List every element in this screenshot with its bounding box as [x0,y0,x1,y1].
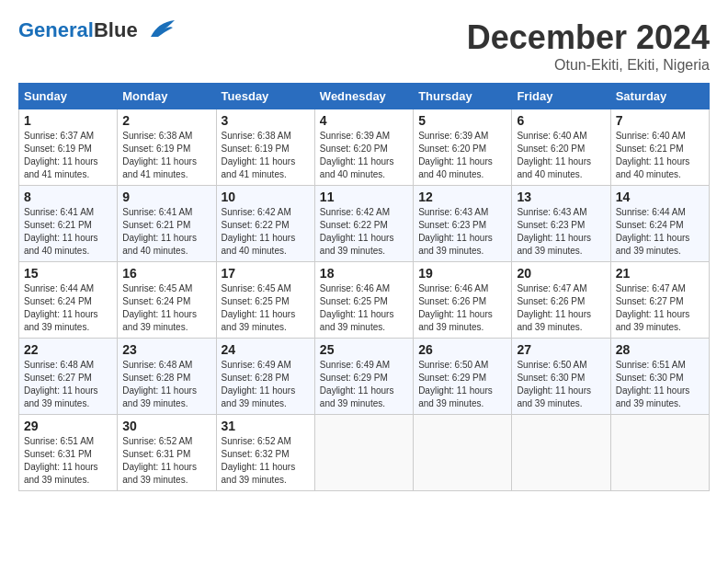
day-number: 20 [517,266,605,281]
day-info: Sunrise: 6:41 AM Sunset: 6:21 PM Dayligh… [122,206,210,258]
day-number: 16 [122,266,210,281]
day-info: Sunrise: 6:52 AM Sunset: 6:31 PM Dayligh… [122,435,210,487]
page-header: GeneralBlue December 2024 Otun-Ekiti, Ek… [18,18,710,74]
day-info: Sunrise: 6:51 AM Sunset: 6:31 PM Dayligh… [24,435,112,487]
week-row-2: 8 Sunrise: 6:41 AM Sunset: 6:21 PM Dayli… [19,186,710,262]
calendar-cell: 26 Sunrise: 6:50 AM Sunset: 6:29 PM Dayl… [414,339,512,415]
calendar-cell: 31 Sunrise: 6:52 AM Sunset: 6:32 PM Dayl… [216,415,314,491]
header-row: SundayMondayTuesdayWednesdayThursdayFrid… [19,84,710,109]
calendar-cell: 15 Sunrise: 6:44 AM Sunset: 6:24 PM Dayl… [19,262,118,339]
day-number: 10 [222,190,310,204]
day-number: 4 [320,113,408,128]
calendar-cell: 25 Sunrise: 6:49 AM Sunset: 6:29 PM Dayl… [314,339,413,415]
logo-bird-icon [142,20,175,40]
day-number: 12 [418,190,506,204]
day-number: 30 [122,419,210,433]
day-info: Sunrise: 6:40 AM Sunset: 6:21 PM Dayligh… [616,130,704,181]
day-number: 31 [222,419,310,433]
calendar-cell: 14 Sunrise: 6:44 AM Sunset: 6:24 PM Dayl… [610,186,709,262]
day-info: Sunrise: 6:48 AM Sunset: 6:28 PM Dayligh… [122,359,210,410]
day-number: 27 [517,342,605,357]
day-number: 19 [418,266,506,281]
calendar-cell: 23 Sunrise: 6:48 AM Sunset: 6:28 PM Dayl… [118,339,216,415]
week-row-3: 15 Sunrise: 6:44 AM Sunset: 6:24 PM Dayl… [19,262,710,339]
day-number: 18 [320,266,408,281]
day-number: 3 [222,113,310,128]
week-row-1: 1 Sunrise: 6:37 AM Sunset: 6:19 PM Dayli… [19,109,710,186]
day-info: Sunrise: 6:51 AM Sunset: 6:30 PM Dayligh… [616,359,704,410]
day-number: 7 [616,113,704,128]
calendar-cell [610,415,709,491]
day-info: Sunrise: 6:43 AM Sunset: 6:23 PM Dayligh… [517,206,605,258]
calendar-cell: 22 Sunrise: 6:48 AM Sunset: 6:27 PM Dayl… [19,339,118,415]
day-info: Sunrise: 6:49 AM Sunset: 6:28 PM Dayligh… [222,359,310,410]
day-info: Sunrise: 6:42 AM Sunset: 6:22 PM Dayligh… [320,206,408,258]
logo: GeneralBlue [18,18,175,42]
calendar-cell: 3 Sunrise: 6:38 AM Sunset: 6:19 PM Dayli… [216,109,314,186]
day-info: Sunrise: 6:39 AM Sunset: 6:20 PM Dayligh… [320,130,408,181]
calendar-cell [414,415,512,491]
day-number: 6 [517,113,605,128]
day-number: 23 [122,342,210,357]
col-header-friday: Friday [512,84,610,109]
day-info: Sunrise: 6:50 AM Sunset: 6:30 PM Dayligh… [517,359,605,410]
calendar-cell: 4 Sunrise: 6:39 AM Sunset: 6:20 PM Dayli… [314,109,413,186]
calendar-cell: 2 Sunrise: 6:38 AM Sunset: 6:19 PM Dayli… [118,109,216,186]
calendar-cell: 9 Sunrise: 6:41 AM Sunset: 6:21 PM Dayli… [118,186,216,262]
logo-text: GeneralBlue [18,18,138,42]
day-number: 25 [320,342,408,357]
day-number: 8 [24,190,112,204]
day-info: Sunrise: 6:45 AM Sunset: 6:24 PM Dayligh… [122,282,210,334]
day-info: Sunrise: 6:49 AM Sunset: 6:29 PM Dayligh… [320,359,408,410]
day-info: Sunrise: 6:46 AM Sunset: 6:25 PM Dayligh… [320,282,408,334]
calendar-cell: 29 Sunrise: 6:51 AM Sunset: 6:31 PM Dayl… [19,415,118,491]
day-info: Sunrise: 6:40 AM Sunset: 6:20 PM Dayligh… [517,130,605,181]
day-number: 2 [122,113,210,128]
day-number: 15 [24,266,112,281]
day-number: 1 [24,113,112,128]
day-info: Sunrise: 6:42 AM Sunset: 6:22 PM Dayligh… [222,206,310,258]
calendar-cell: 12 Sunrise: 6:43 AM Sunset: 6:23 PM Dayl… [414,186,512,262]
day-info: Sunrise: 6:41 AM Sunset: 6:21 PM Dayligh… [24,206,112,258]
day-number: 26 [418,342,506,357]
calendar-cell: 17 Sunrise: 6:45 AM Sunset: 6:25 PM Dayl… [216,262,314,339]
calendar-cell: 16 Sunrise: 6:45 AM Sunset: 6:24 PM Dayl… [118,262,216,339]
day-info: Sunrise: 6:39 AM Sunset: 6:20 PM Dayligh… [418,130,506,181]
title-area: December 2024 Otun-Ekiti, Ekiti, Nigeria [467,18,710,74]
calendar-cell: 8 Sunrise: 6:41 AM Sunset: 6:21 PM Dayli… [19,186,118,262]
day-number: 13 [517,190,605,204]
calendar-cell: 13 Sunrise: 6:43 AM Sunset: 6:23 PM Dayl… [512,186,610,262]
calendar-cell: 5 Sunrise: 6:39 AM Sunset: 6:20 PM Dayli… [414,109,512,186]
day-info: Sunrise: 6:52 AM Sunset: 6:32 PM Dayligh… [222,435,310,487]
calendar-cell: 30 Sunrise: 6:52 AM Sunset: 6:31 PM Dayl… [118,415,216,491]
calendar-cell: 27 Sunrise: 6:50 AM Sunset: 6:30 PM Dayl… [512,339,610,415]
day-info: Sunrise: 6:44 AM Sunset: 6:24 PM Dayligh… [616,206,704,258]
col-header-wednesday: Wednesday [314,84,413,109]
day-info: Sunrise: 6:48 AM Sunset: 6:27 PM Dayligh… [24,359,112,410]
day-info: Sunrise: 6:38 AM Sunset: 6:19 PM Dayligh… [122,130,210,181]
day-info: Sunrise: 6:46 AM Sunset: 6:26 PM Dayligh… [418,282,506,334]
calendar-cell [314,415,413,491]
day-info: Sunrise: 6:50 AM Sunset: 6:29 PM Dayligh… [418,359,506,410]
calendar-cell: 19 Sunrise: 6:46 AM Sunset: 6:26 PM Dayl… [414,262,512,339]
calendar-header: SundayMondayTuesdayWednesdayThursdayFrid… [19,84,710,109]
day-number: 28 [616,342,704,357]
week-row-4: 22 Sunrise: 6:48 AM Sunset: 6:27 PM Dayl… [19,339,710,415]
day-number: 11 [320,190,408,204]
month-title: December 2024 [467,18,710,57]
day-number: 29 [24,419,112,433]
day-info: Sunrise: 6:43 AM Sunset: 6:23 PM Dayligh… [418,206,506,258]
calendar-cell: 1 Sunrise: 6:37 AM Sunset: 6:19 PM Dayli… [19,109,118,186]
col-header-saturday: Saturday [610,84,709,109]
calendar-cell [512,415,610,491]
col-header-sunday: Sunday [19,84,118,109]
calendar-cell: 28 Sunrise: 6:51 AM Sunset: 6:30 PM Dayl… [610,339,709,415]
day-info: Sunrise: 6:37 AM Sunset: 6:19 PM Dayligh… [24,130,112,181]
calendar-cell: 24 Sunrise: 6:49 AM Sunset: 6:28 PM Dayl… [216,339,314,415]
week-row-5: 29 Sunrise: 6:51 AM Sunset: 6:31 PM Dayl… [19,415,710,491]
calendar-cell: 7 Sunrise: 6:40 AM Sunset: 6:21 PM Dayli… [610,109,709,186]
col-header-tuesday: Tuesday [216,84,314,109]
day-info: Sunrise: 6:47 AM Sunset: 6:26 PM Dayligh… [517,282,605,334]
calendar-cell: 20 Sunrise: 6:47 AM Sunset: 6:26 PM Dayl… [512,262,610,339]
day-number: 24 [222,342,310,357]
